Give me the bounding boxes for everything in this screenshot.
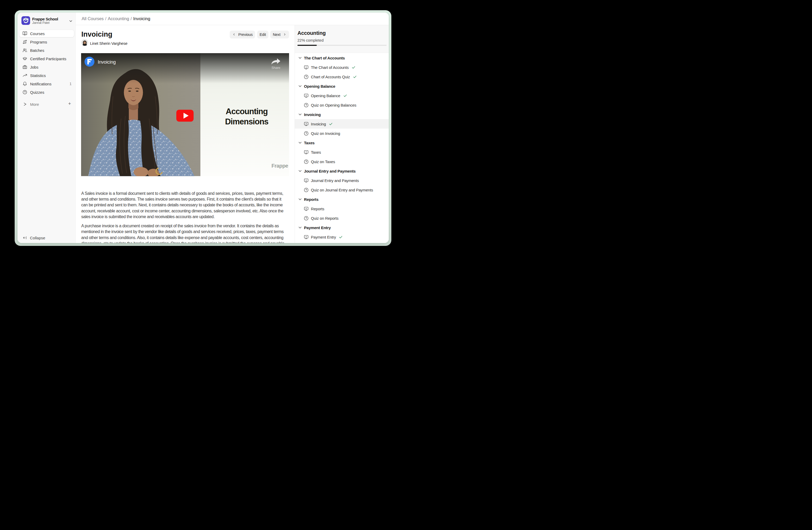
svg-text:Frappe: Frappe xyxy=(272,163,288,169)
svg-text:Invoicing: Invoicing xyxy=(98,59,116,65)
svg-text:Share: Share xyxy=(272,66,280,70)
svg-text:Dimensions: Dimensions xyxy=(225,117,269,126)
svg-text:Accounting: Accounting xyxy=(226,107,268,116)
